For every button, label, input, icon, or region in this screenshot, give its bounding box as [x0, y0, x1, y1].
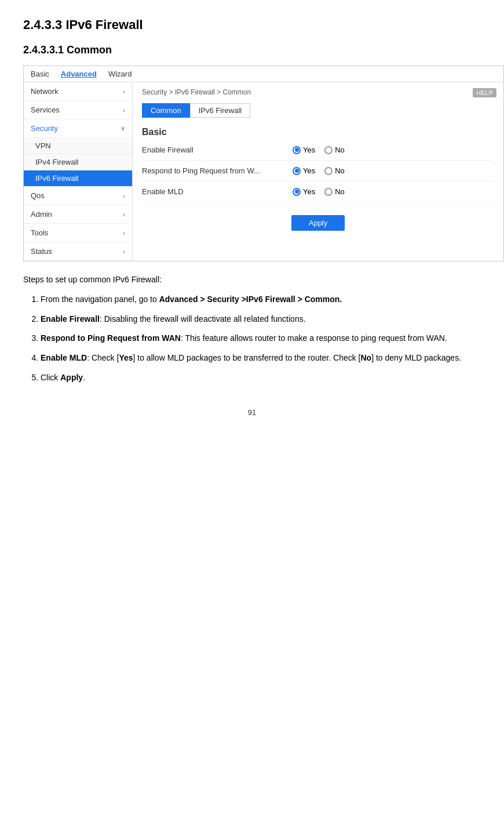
- section-title: Basic: [142, 127, 494, 137]
- sidebar-item-services[interactable]: Services ›: [24, 101, 132, 119]
- step-5: Click Apply.: [41, 371, 481, 385]
- step-4: Enable MLD: Check [Yes] to allow MLD pac…: [41, 351, 481, 365]
- tab-common[interactable]: Common: [142, 103, 190, 118]
- label-ping: Respond to Ping Request from W...: [142, 166, 293, 175]
- content-area: HELP Security > IPv6 Firewall > Common C…: [133, 82, 503, 261]
- sidebar-item-qos[interactable]: Qos ›: [24, 187, 132, 205]
- radio-circle-yes-mld: [293, 188, 301, 196]
- radio-yes-mld[interactable]: Yes: [293, 187, 315, 196]
- radio-yes-label-firewall: Yes: [303, 146, 315, 154]
- sidebar-item-status[interactable]: Status ›: [24, 242, 132, 261]
- form-row-enable-firewall: Enable Firewall Yes No: [142, 146, 494, 161]
- sidebar-sub-ipv4firewall[interactable]: IPv4 Firewall: [24, 154, 132, 170]
- chevron-icon-services: ›: [123, 107, 125, 114]
- help-badge[interactable]: HELP: [473, 88, 496, 97]
- sub-title: 2.4.3.3.1 Common: [23, 44, 481, 56]
- tab-ipv6firewall[interactable]: IPv6 Firewall: [190, 103, 250, 118]
- sidebar-sub-vpn[interactable]: VPN: [24, 138, 132, 154]
- radio-yes-enable-firewall[interactable]: Yes: [293, 146, 315, 154]
- form-row-ping: Respond to Ping Request from W... Yes No: [142, 166, 494, 181]
- radio-group-mld: Yes No: [293, 187, 345, 196]
- chevron-icon-network: ›: [123, 88, 125, 95]
- radio-circle-yes-ping: [293, 167, 301, 175]
- router-ui: Basic Advanced Wizard Network › Services…: [23, 66, 504, 261]
- top-nav-basic[interactable]: Basic: [28, 68, 52, 79]
- sidebar: Network › Services › Security ∨ VPN IPv4…: [24, 82, 133, 261]
- apply-button[interactable]: Apply: [291, 215, 345, 231]
- intro-text: Steps to set up common IPv6 Firewall:: [23, 273, 481, 287]
- top-nav-advanced[interactable]: Advanced: [59, 68, 99, 79]
- top-nav: Basic Advanced Wizard: [24, 66, 503, 82]
- radio-circle-no-ping: [324, 167, 333, 175]
- radio-no-enable-firewall[interactable]: No: [324, 146, 345, 154]
- radio-no-label-firewall: No: [335, 146, 345, 154]
- steps-list: From the navigation panel, go to Advance…: [41, 293, 481, 385]
- radio-yes-ping[interactable]: Yes: [293, 166, 315, 175]
- sidebar-security-sub: VPN IPv4 Firewall IPv6 Firewall: [24, 138, 132, 187]
- sidebar-item-network[interactable]: Network ›: [24, 82, 132, 101]
- sidebar-label-network: Network: [31, 87, 59, 96]
- chevron-icon-tools: ›: [123, 230, 125, 237]
- sidebar-item-tools[interactable]: Tools ›: [24, 224, 132, 242]
- radio-yes-label-ping: Yes: [303, 166, 315, 175]
- router-body: Network › Services › Security ∨ VPN IPv4…: [24, 82, 503, 261]
- radio-no-mld[interactable]: No: [324, 187, 345, 196]
- step-1: From the navigation panel, go to Advance…: [41, 293, 481, 307]
- sidebar-label-tools: Tools: [31, 228, 48, 237]
- step-3: Respond to Ping Request from WAN: This f…: [41, 332, 481, 346]
- radio-circle-no-firewall: [324, 146, 333, 154]
- radio-group-ping: Yes No: [293, 166, 345, 175]
- chevron-icon-admin: ›: [123, 211, 125, 218]
- chevron-icon-qos: ›: [123, 192, 125, 199]
- sidebar-label-qos: Qos: [31, 191, 45, 200]
- main-title: 2.4.3.3 IPv6 Firewall: [23, 17, 481, 32]
- sidebar-item-admin[interactable]: Admin ›: [24, 205, 132, 224]
- radio-group-enable-firewall: Yes No: [293, 146, 345, 154]
- breadcrumb: Security > IPv6 Firewall > Common: [142, 88, 494, 96]
- body-text: Steps to set up common IPv6 Firewall: Fr…: [23, 273, 481, 385]
- sidebar-label-admin: Admin: [31, 210, 52, 219]
- radio-no-label-mld: No: [335, 187, 345, 196]
- radio-yes-label-mld: Yes: [303, 187, 315, 196]
- chevron-icon-security: ∨: [120, 125, 125, 132]
- sidebar-label-status: Status: [31, 247, 52, 256]
- radio-circle-yes-firewall: [293, 146, 301, 154]
- chevron-icon-status: ›: [123, 248, 125, 255]
- radio-circle-no-mld: [324, 188, 333, 196]
- label-mld: Enable MLD: [142, 187, 293, 196]
- radio-no-label-ping: No: [335, 166, 345, 175]
- tab-row: Common IPv6 Firewall: [142, 103, 494, 118]
- top-nav-wizard[interactable]: Wizard: [106, 68, 134, 79]
- step-2: Enable Firewall: Disabling the firewall …: [41, 312, 481, 326]
- apply-btn-container: Apply: [142, 209, 494, 231]
- sidebar-sub-ipv6firewall[interactable]: IPv6 Firewall: [24, 170, 132, 187]
- label-enable-firewall: Enable Firewall: [142, 146, 293, 154]
- form-row-mld: Enable MLD Yes No: [142, 187, 494, 202]
- sidebar-label-security: Security: [31, 124, 58, 133]
- page-number: 91: [23, 408, 481, 417]
- sidebar-item-security[interactable]: Security ∨: [24, 119, 132, 138]
- sidebar-label-services: Services: [31, 106, 60, 114]
- radio-no-ping[interactable]: No: [324, 166, 345, 175]
